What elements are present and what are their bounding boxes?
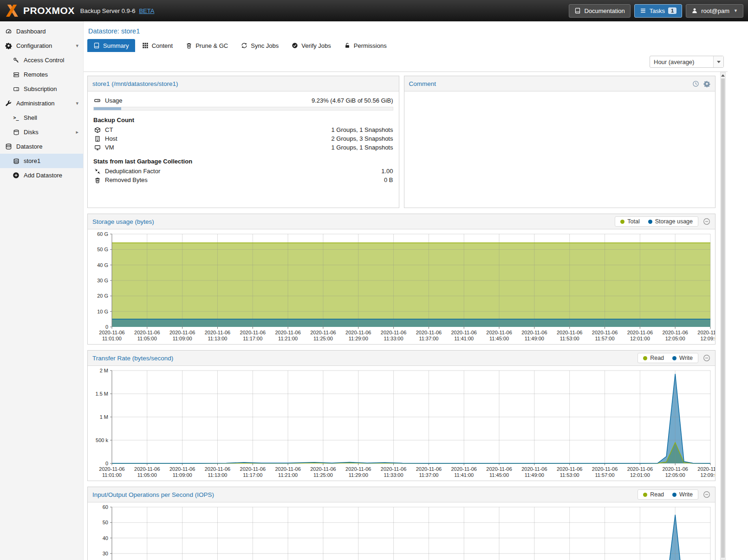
tab-label: Prune & GC [195, 42, 228, 49]
documentation-label: Documentation [584, 7, 624, 14]
tasks-label: Tasks [650, 7, 665, 14]
tasks-button[interactable]: Tasks 1 [634, 4, 682, 18]
svg-text:11:29:00: 11:29:00 [349, 336, 368, 341]
sidebar-item-remotes[interactable]: Remotes [0, 67, 83, 82]
collapse-minus-icon[interactable] [703, 218, 710, 225]
legend-item-total[interactable]: Total [620, 218, 639, 225]
svg-text:30: 30 [103, 551, 108, 556]
chart-toolbar: Hour (average) [84, 52, 728, 72]
svg-text:2020-11-06: 2020-11-06 [697, 330, 715, 335]
sidebar-item-disks[interactable]: Disks ▸ [0, 125, 83, 139]
tab-verify-jobs[interactable]: Verify Jobs [286, 39, 337, 52]
svg-text:10 G: 10 G [97, 309, 108, 314]
sidebar-item-datastore[interactable]: Datastore [0, 139, 83, 154]
backup-count-heading: Backup Count [93, 114, 393, 125]
check-circle-icon [292, 42, 298, 49]
usage-value: 9.23% (4.67 GiB of 50.56 GiB) [312, 97, 393, 104]
tab-permissions[interactable]: Permissions [338, 39, 393, 52]
tab-summary[interactable]: Summary [87, 39, 135, 52]
chevron-down-icon[interactable]: ▾ [76, 100, 78, 106]
svg-text:2020-11-06: 2020-11-06 [134, 466, 160, 472]
collapse-minus-icon[interactable] [703, 491, 710, 498]
legend-item-read[interactable]: Read [643, 491, 664, 498]
legend-label: Write [679, 355, 693, 361]
sidebar-item-store1[interactable]: store1 [0, 154, 83, 168]
sidebar-item-administration[interactable]: Administration ▾ [0, 96, 83, 111]
svg-text:11:01:00: 11:01:00 [102, 336, 122, 341]
sidebar-item-add-datastore[interactable]: Add Datastore [0, 168, 83, 182]
usage-progress-fill [94, 107, 121, 110]
sidebar: Dashboard Configuration ▾ Access Control… [0, 21, 84, 560]
legend-item-storage-usage[interactable]: Storage usage [648, 218, 693, 225]
svg-text:2020-11-06: 2020-11-06 [310, 330, 336, 335]
legend-item-write[interactable]: Write [672, 491, 693, 498]
legend-item-write[interactable]: Write [672, 355, 693, 361]
svg-text:12:01:00: 12:01:00 [630, 336, 650, 341]
tab-content[interactable]: Content [136, 39, 179, 52]
chevron-right-icon[interactable]: ▸ [76, 129, 78, 135]
legend-dot [672, 493, 676, 497]
sidebar-item-label: Administration [16, 100, 54, 107]
svg-text:11:49:00: 11:49:00 [525, 336, 544, 341]
legend-label: Storage usage [655, 218, 693, 225]
comment-content[interactable] [404, 91, 715, 97]
gear-icon[interactable] [703, 80, 710, 87]
svg-text:2020-11-06: 2020-11-06 [592, 330, 618, 335]
documentation-button[interactable]: Documentation [569, 4, 630, 18]
svg-text:2020-11-06: 2020-11-06 [310, 466, 336, 472]
chevron-down-icon[interactable] [713, 56, 723, 67]
svg-text:1 M: 1 M [100, 414, 108, 420]
vertical-scrollbar[interactable] [720, 72, 726, 560]
chevron-down-icon: ▼ [734, 8, 738, 13]
user-icon [691, 7, 698, 14]
scroll-up-arrow[interactable] [721, 72, 725, 78]
row-label: Host [105, 135, 117, 142]
legend-item-read[interactable]: Read [643, 355, 664, 361]
panel-header: Input/Output Operations per Second (IOPS… [88, 487, 715, 502]
svg-text:2020-11-06: 2020-11-06 [169, 466, 195, 472]
svg-text:2020-11-06: 2020-11-06 [662, 330, 688, 335]
timeframe-combobox[interactable]: Hour (average) [650, 56, 724, 68]
svg-text:12:01:00: 12:01:00 [630, 472, 650, 478]
svg-text:2020-11-06: 2020-11-06 [275, 330, 300, 335]
legend-label: Read [650, 491, 664, 498]
svg-text:2020-11-06: 2020-11-06 [345, 466, 371, 472]
hdd-icon [93, 97, 101, 104]
collapse-minus-icon[interactable] [703, 354, 710, 362]
clock-icon[interactable] [692, 80, 699, 87]
sidebar-item-label: Shell [24, 114, 37, 121]
svg-text:11:33:00: 11:33:00 [384, 336, 403, 341]
chart-body: 010 G20 G30 G40 G50 G60 G2020-11-0611:01… [88, 229, 715, 344]
chart-legend: Read Write [637, 489, 698, 500]
scrollbar-thumb[interactable] [721, 78, 725, 558]
tab-sync-jobs[interactable]: Sync Jobs [235, 39, 285, 52]
usage-label: Usage [105, 97, 123, 104]
sidebar-item-shell[interactable]: >_ Shell [0, 111, 83, 125]
svg-text:2020-11-06: 2020-11-06 [416, 330, 442, 335]
svg-text:2020-11-06: 2020-11-06 [416, 466, 442, 472]
row-label: CT [105, 126, 113, 133]
sidebar-item-dashboard[interactable]: Dashboard [0, 24, 83, 39]
svg-text:2 M: 2 M [100, 368, 108, 373]
legend-dot [648, 220, 652, 224]
svg-text:11:21:00: 11:21:00 [278, 336, 298, 341]
tab-prune-gc[interactable]: Prune & GC [180, 39, 234, 52]
tab-bar: Summary Content Prune & GC Sync Jobs [84, 37, 748, 52]
chart-legend: Total Storage usage [615, 216, 698, 227]
sidebar-item-label: Datastore [16, 143, 42, 150]
svg-text:2020-11-06: 2020-11-06 [205, 330, 230, 335]
row-label: Removed Bytes [105, 176, 148, 183]
svg-text:2020-11-06: 2020-11-06 [99, 330, 124, 335]
svg-text:12:09:00: 12:09:00 [701, 472, 715, 478]
sidebar-item-subscription[interactable]: Subscription [0, 82, 83, 96]
user-menu-button[interactable]: root@pam ▼ [686, 4, 743, 18]
sidebar-item-configuration[interactable]: Configuration ▾ [0, 39, 83, 53]
chevron-down-icon[interactable]: ▾ [76, 43, 78, 49]
svg-text:40 G: 40 G [97, 262, 108, 268]
beta-link[interactable]: BETA [139, 7, 154, 14]
datastore-summary-panel: store1 (/mnt/datastores/store1) Usage 9.… [87, 76, 399, 208]
svg-text:1.5 M: 1.5 M [95, 391, 108, 397]
svg-text:11:05:00: 11:05:00 [137, 472, 157, 478]
database-icon [12, 158, 20, 164]
sidebar-item-access-control[interactable]: Access Control [0, 53, 83, 67]
